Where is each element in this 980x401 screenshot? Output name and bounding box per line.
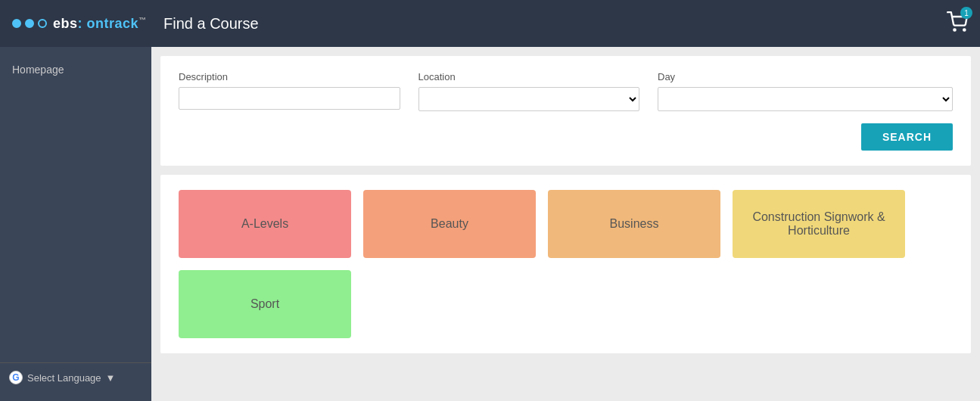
logo-dot-1 (12, 19, 21, 28)
day-label: Day (658, 71, 953, 82)
categories-panel: A-LevelsBeautyBusinessConstruction Signw… (160, 175, 971, 353)
google-g-icon: G (9, 371, 23, 384)
svg-point-1 (963, 29, 965, 30)
category-card-a-levels[interactable]: A-Levels (179, 190, 351, 258)
day-field-group: Day (658, 71, 953, 111)
location-label: Location (418, 71, 640, 82)
description-field-group: Description (179, 71, 400, 111)
logo-area: ebs: ontrack™ (12, 16, 163, 32)
description-label: Description (179, 71, 400, 82)
category-card-business[interactable]: Business (548, 190, 720, 258)
categories-grid: A-LevelsBeautyBusinessConstruction Signw… (179, 190, 953, 338)
cart-badge: 1 (960, 7, 972, 19)
search-button[interactable]: SEARCH (861, 123, 953, 151)
search-panel: Description Location Day SEARCH (160, 56, 971, 166)
body-wrap: Homepage G Select Language ▼ Description… (0, 47, 980, 401)
location-select[interactable] (418, 87, 640, 111)
category-card-sport[interactable]: Sport (179, 270, 351, 338)
header: ebs: ontrack™ Find a Course 1 (0, 0, 980, 47)
sidebar-item-homepage[interactable]: Homepage (0, 56, 151, 83)
location-field-group: Location (418, 71, 640, 111)
language-selector[interactable]: G Select Language ▼ (0, 362, 151, 392)
logo-colon: : ontrack (78, 16, 139, 31)
sidebar: Homepage G Select Language ▼ (0, 47, 151, 401)
logo-text: ebs: ontrack™ (53, 16, 147, 32)
svg-point-0 (954, 29, 955, 30)
category-card-construction-signwork-&-horticulture[interactable]: Construction Signwork & Horticulture (733, 190, 905, 258)
day-select[interactable] (658, 87, 953, 111)
main-content: Description Location Day SEARCH (151, 47, 980, 401)
search-btn-row: SEARCH (179, 123, 953, 151)
language-dropdown-icon: ▼ (106, 372, 116, 384)
search-fields: Description Location Day (179, 71, 953, 111)
description-input[interactable] (179, 87, 400, 110)
cart-button[interactable]: 1 (947, 11, 968, 36)
logo-tm: ™ (138, 16, 147, 24)
category-card-beauty[interactable]: Beauty (363, 190, 536, 258)
logo-dot-3 (38, 19, 47, 28)
logo-dots (12, 19, 47, 28)
logo-dot-2 (25, 19, 34, 28)
page-title: Find a Course (163, 15, 947, 33)
language-label: Select Language (27, 372, 101, 384)
